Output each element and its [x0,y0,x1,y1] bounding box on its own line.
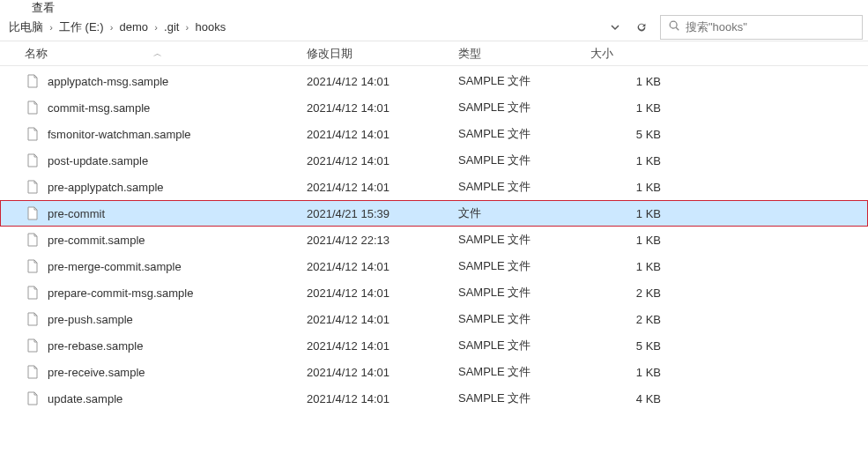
file-size: 1 KB [590,75,670,88]
file-size: 2 KB [590,313,670,326]
file-icon [25,100,41,115]
file-size: 1 KB [590,101,670,115]
column-headers: 名称 ︿ 修改日期 类型 大小 [0,41,868,66]
file-date: 2021/4/12 22:13 [307,234,458,247]
search-input[interactable] [660,15,863,40]
file-icon [25,126,41,142]
file-name: pre-receive.sample [48,366,145,379]
file-type: SAMPLE 文件 [458,126,590,142]
file-row[interactable]: commit-msg.sample2021/4/12 14:01SAMPLE 文… [0,94,868,121]
file-type: SAMPLE 文件 [458,100,590,115]
file-size: 5 KB [590,128,670,141]
dropdown-button[interactable] [602,17,628,38]
search-icon [668,19,680,34]
sort-indicator-icon: ︿ [153,48,162,60]
column-type[interactable]: 类型 [458,46,590,62]
column-name[interactable]: 名称 ︿ [25,46,307,62]
file-name: update.sample [48,392,122,405]
file-name: post-update.sample [48,154,148,167]
file-name: pre-commit [48,207,105,220]
file-name: pre-push.sample [48,313,133,326]
file-row[interactable]: pre-receive.sample2021/4/12 14:01SAMPLE … [0,359,868,385]
file-type: SAMPLE 文件 [458,390,590,406]
column-date[interactable]: 修改日期 [307,46,458,62]
file-row[interactable]: fsmonitor-watchman.sample2021/4/12 14:01… [0,121,868,147]
chevron-right-icon[interactable]: › [150,22,162,33]
file-icon [25,152,41,168]
refresh-button[interactable] [628,17,655,38]
breadcrumb-segment[interactable]: hooks [193,20,227,33]
file-name: fsmonitor-watchman.sample [48,128,191,141]
file-row[interactable]: pre-rebase.sample2021/4/12 14:01SAMPLE 文… [0,332,868,359]
file-row[interactable]: post-update.sample2021/4/12 14:01SAMPLE … [0,147,868,174]
svg-line-1 [676,27,679,30]
file-type: SAMPLE 文件 [458,152,590,168]
breadcrumb-segment[interactable]: .git [162,20,181,33]
file-type: SAMPLE 文件 [458,73,590,89]
file-type: SAMPLE 文件 [458,258,590,274]
file-type: 文件 [458,205,590,221]
file-date: 2021/4/12 14:01 [307,154,458,167]
file-name: commit-msg.sample [48,101,150,115]
file-icon [25,258,41,274]
breadcrumb-segment[interactable]: 比电脑 [7,19,45,35]
file-size: 1 KB [590,181,670,194]
file-icon [25,232,41,248]
file-date: 2021/4/21 15:39 [307,207,458,220]
file-name: pre-merge-commit.sample [48,260,182,273]
column-name-label: 名称 [25,46,48,62]
file-icon [25,205,41,221]
file-icon [25,179,41,195]
address-bar: 比电脑›工作 (E:)›demo›.git›hooks [0,13,868,41]
file-date: 2021/4/12 14:01 [307,260,458,273]
file-row[interactable]: applypatch-msg.sample2021/4/12 14:01SAMP… [0,68,868,94]
file-name: pre-rebase.sample [48,339,143,353]
file-icon [25,338,41,353]
file-name: pre-commit.sample [48,234,145,247]
file-row[interactable]: pre-push.sample2021/4/12 14:01SAMPLE 文件2… [0,306,868,332]
file-date: 2021/4/12 14:01 [307,286,458,300]
file-icon [25,364,41,380]
chevron-right-icon[interactable]: › [181,22,193,33]
file-size: 1 KB [590,260,670,273]
chevron-right-icon[interactable]: › [45,22,57,33]
file-date: 2021/4/12 14:01 [307,366,458,379]
file-type: SAMPLE 文件 [458,311,590,327]
breadcrumb[interactable]: 比电脑›工作 (E:)›demo›.git›hooks [5,19,602,35]
file-date: 2021/4/12 14:01 [307,181,458,194]
file-date: 2021/4/12 14:01 [307,313,458,326]
file-name: pre-applypatch.sample [48,181,164,194]
file-type: SAMPLE 文件 [458,285,590,301]
file-list: applypatch-msg.sample2021/4/12 14:01SAMP… [0,66,868,412]
breadcrumb-segment[interactable]: 工作 (E:) [57,19,106,35]
file-icon [25,311,41,327]
file-size: 5 KB [590,339,670,353]
search-field[interactable] [686,20,855,33]
file-icon [25,285,41,301]
column-size[interactable]: 大小 [590,46,670,62]
file-row[interactable]: pre-applypatch.sample2021/4/12 14:01SAMP… [0,174,868,200]
file-row[interactable]: prepare-commit-msg.sample2021/4/12 14:01… [0,279,868,306]
file-date: 2021/4/12 14:01 [307,75,458,88]
chevron-right-icon[interactable]: › [106,22,118,33]
file-date: 2021/4/12 14:01 [307,128,458,141]
file-row[interactable]: pre-commit2021/4/21 15:39文件1 KB [0,200,868,227]
file-size: 1 KB [590,207,670,220]
breadcrumb-segment[interactable]: demo [118,20,151,33]
file-date: 2021/4/12 14:01 [307,392,458,405]
file-type: SAMPLE 文件 [458,232,590,248]
file-date: 2021/4/12 14:01 [307,339,458,353]
file-row[interactable]: update.sample2021/4/12 14:01SAMPLE 文件4 K… [0,385,868,412]
file-name: applypatch-msg.sample [48,75,168,88]
file-name: prepare-commit-msg.sample [48,286,193,300]
file-size: 1 KB [590,234,670,247]
file-icon [25,73,41,89]
file-row[interactable]: pre-merge-commit.sample2021/4/12 14:01SA… [0,253,868,279]
file-row[interactable]: pre-commit.sample2021/4/12 22:13SAMPLE 文… [0,227,868,253]
file-size: 1 KB [590,366,670,379]
file-type: SAMPLE 文件 [458,364,590,380]
file-size: 4 KB [590,392,670,405]
file-icon [25,390,41,406]
window-title: 查看 [0,0,868,13]
file-size: 2 KB [590,286,670,300]
